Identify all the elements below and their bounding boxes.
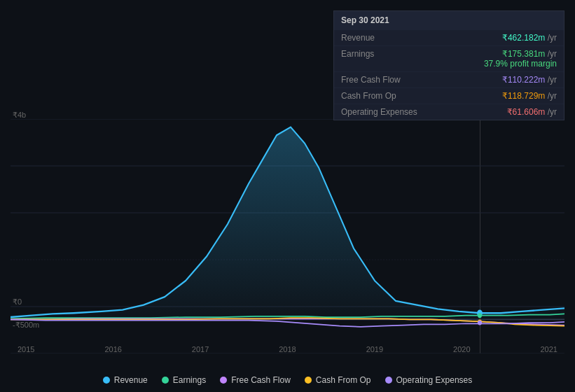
- tooltip-panel: Sep 30 2021 Revenue ₹462.182m /yr Earnin…: [333, 10, 564, 120]
- legend-cfo[interactable]: Cash From Op: [305, 375, 371, 385]
- x-label-2021: 2021: [540, 345, 557, 354]
- legend-dot-revenue: [103, 377, 110, 384]
- tooltip-earnings-block: ₹175.381m /yr 37.9% profit margin: [484, 49, 557, 69]
- legend-label-opex: Operating Expenses: [396, 375, 473, 385]
- chart-legend: Revenue Earnings Free Cash Flow Cash Fro…: [0, 375, 575, 385]
- chart-container: Sep 30 2021 Revenue ₹462.182m /yr Earnin…: [0, 0, 575, 392]
- tooltip-earnings-row: Earnings ₹175.381m /yr 37.9% profit marg…: [334, 46, 564, 71]
- x-label-2017: 2017: [192, 345, 209, 354]
- tooltip-opex-label: Operating Expenses: [341, 107, 418, 117]
- tooltip-earnings-label: Earnings: [341, 49, 418, 59]
- tooltip-profit-margin: 37.9% profit margin: [484, 59, 557, 69]
- legend-label-revenue: Revenue: [114, 375, 148, 385]
- legend-dot-opex: [385, 377, 392, 384]
- x-label-2018: 2018: [279, 345, 296, 354]
- tooltip-fcf-row: Free Cash Flow ₹110.222m /yr: [334, 71, 564, 88]
- tooltip-cfo-label: Cash From Op: [341, 91, 418, 101]
- tooltip-revenue-row: Revenue ₹462.182m /yr: [334, 29, 564, 46]
- tooltip-fcf-label: Free Cash Flow: [341, 75, 418, 85]
- legend-dot-earnings: [162, 377, 169, 384]
- tooltip-revenue-value: ₹462.182m /yr: [502, 33, 557, 43]
- legend-label-earnings: Earnings: [173, 375, 206, 385]
- tooltip-cfo-row: Cash From Op ₹118.729m /yr: [334, 88, 564, 104]
- x-axis: 2015 2016 2017 2018 2019 2020 2021: [11, 345, 564, 354]
- x-label-2020: 2020: [453, 345, 470, 354]
- legend-earnings[interactable]: Earnings: [162, 375, 206, 385]
- tooltip-opex-value: ₹61.606m /yr: [507, 107, 557, 117]
- legend-opex[interactable]: Operating Expenses: [385, 375, 473, 385]
- tooltip-cfo-value: ₹118.729m /yr: [502, 91, 557, 101]
- legend-dot-fcf: [220, 377, 227, 384]
- tooltip-fcf-value: ₹110.222m /yr: [502, 75, 557, 85]
- legend-label-cfo: Cash From Op: [316, 375, 371, 385]
- x-label-2016: 2016: [104, 345, 121, 354]
- tooltip-revenue-label: Revenue: [341, 33, 418, 43]
- tooltip-date: Sep 30 2021: [334, 11, 564, 29]
- opex-hover-dot: [478, 321, 482, 326]
- legend-dot-cfo: [305, 377, 312, 384]
- legend-revenue[interactable]: Revenue: [103, 375, 148, 385]
- revenue-fill: [11, 127, 564, 320]
- tooltip-earnings-value: ₹175.381m /yr: [484, 49, 557, 59]
- earnings-hover-dot: [478, 313, 482, 318]
- x-label-2019: 2019: [366, 345, 383, 354]
- x-label-2015: 2015: [18, 345, 34, 354]
- chart-svg[interactable]: [11, 119, 564, 354]
- tooltip-opex-row: Operating Expenses ₹61.606m /yr: [334, 104, 564, 120]
- legend-label-fcf: Free Cash Flow: [231, 375, 291, 385]
- legend-fcf[interactable]: Free Cash Flow: [220, 375, 291, 385]
